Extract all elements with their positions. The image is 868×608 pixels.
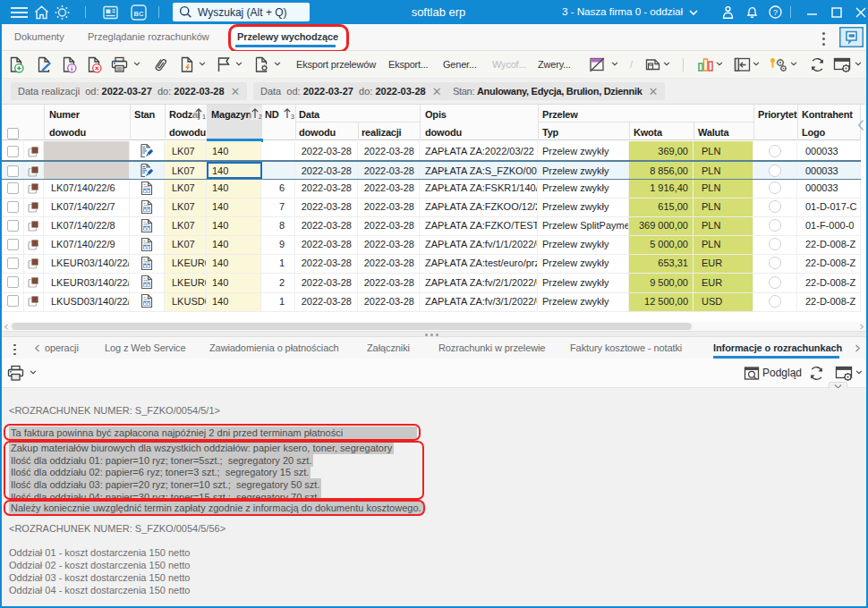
- svg-text:3: 3: [291, 114, 294, 120]
- svg-text:1: 1: [202, 114, 206, 120]
- svg-text:?: ?: [773, 8, 778, 17]
- svg-text:2: 2: [259, 114, 262, 120]
- svg-text:BC: BC: [134, 9, 144, 17]
